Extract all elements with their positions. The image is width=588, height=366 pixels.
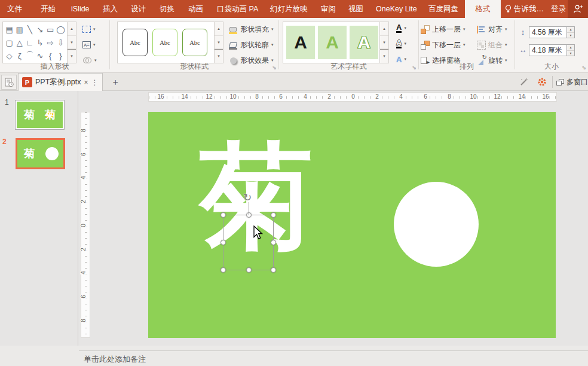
shape-gallery-scrollbar[interactable]: ▴ ▾ ▾ (67, 22, 76, 63)
edit-shape-button[interactable]: ▾ (82, 23, 96, 36)
shape-arrow-icon[interactable]: ↘ (35, 23, 45, 36)
shape-left-brace-icon[interactable]: { (45, 49, 56, 62)
shape-triangle-icon[interactable]: △ (14, 36, 24, 49)
wordart-preset-2[interactable]: A (318, 26, 347, 59)
document-tab-active[interactable]: P PPT案例.pptx × ⋮ (18, 73, 103, 91)
text-box-button[interactable]: A≡ ▾ (82, 38, 96, 51)
rotate-handle-icon[interactable]: ↻ (243, 191, 252, 204)
wordart-preset-1[interactable]: A (286, 26, 315, 59)
menu-tab-slideshow[interactable]: 幻灯片放映 (270, 0, 308, 18)
align-button[interactable]: 对齐 ▾ (477, 23, 507, 36)
shape-height-input[interactable]: 4.56 厘米 (529, 26, 567, 38)
dialog-launcher-icon[interactable]: ⇘ (272, 65, 277, 71)
tab-options-icon[interactable]: ⋮ (91, 78, 98, 87)
selection-box[interactable]: ↻ (223, 215, 274, 270)
horizontal-ruler[interactable]: 16 14 12 10 8 6 4 2 0 2 4 6 8 10 12 14 1… (148, 92, 557, 102)
menu-tab-design[interactable]: 设计 (131, 0, 146, 18)
shape-style-scrollbar[interactable]: ▴ ▾ ▾ (214, 22, 223, 63)
close-tab-icon[interactable]: × (84, 78, 88, 87)
shape-down-arrow-icon[interactable]: ⇩ (56, 36, 66, 49)
menu-tab-transitions[interactable]: 切换 (160, 0, 174, 18)
scroll-up-icon[interactable]: ▴ (380, 22, 388, 36)
wordart-preset-3[interactable]: A (350, 26, 378, 59)
step-down-icon[interactable]: ▾ (567, 33, 574, 38)
magic-wand-button[interactable] (515, 74, 533, 91)
session-history-button[interactable] (1, 75, 17, 90)
menu-tab-view[interactable]: 视图 (348, 0, 363, 18)
resize-handle-w[interactable] (220, 240, 226, 245)
shape-scribble-icon[interactable]: ζ (14, 49, 24, 62)
group-button[interactable]: 组合 ▾ (477, 38, 507, 51)
shape-style-preset-3[interactable]: Abc (182, 29, 207, 56)
menu-tab-home[interactable]: 开始 (41, 0, 56, 18)
scroll-down-icon[interactable]: ▾ (380, 36, 388, 50)
shape-arc-icon[interactable]: ⌒ (24, 49, 35, 62)
gallery-more-icon[interactable]: ▾ (215, 49, 223, 63)
notes-pane[interactable]: 单击此处添加备注 (0, 346, 588, 366)
notes-placeholder[interactable]: 单击此处添加备注 (84, 354, 146, 365)
scroll-up-icon[interactable]: ▴ (68, 22, 76, 36)
panel-divider[interactable] (78, 91, 78, 366)
shape-style-preset-2[interactable]: Abc (152, 29, 177, 56)
resize-handle-ne[interactable] (271, 212, 276, 218)
resize-handle-nw[interactable] (220, 212, 226, 218)
menu-tab-review[interactable]: 审阅 (321, 0, 336, 18)
shape-width-stepper[interactable]: ▴ ▾ (567, 44, 575, 56)
shape-fill-button[interactable]: 形状填充 ▾ (228, 23, 274, 36)
menu-tab-pocket-animation[interactable]: 口袋动画 PA (217, 0, 258, 18)
shape-rectangle-icon[interactable]: ▭ (45, 23, 56, 36)
slide-1-thumbnail[interactable]: 菊 菊 (15, 100, 65, 130)
menu-tab-islide[interactable]: iSlide (71, 0, 90, 18)
login-button[interactable]: 登录 (551, 0, 566, 18)
shape-right-arrow-icon[interactable]: ⇨ (45, 36, 56, 49)
shape-width-input[interactable]: 4.18 厘米 (529, 44, 567, 56)
shape-style-preset-1[interactable]: Abc (122, 29, 148, 56)
step-up-icon[interactable]: ▴ (567, 27, 574, 33)
menu-tab-insert[interactable]: 插入 (103, 0, 118, 18)
menu-tab-animations[interactable]: 动画 (188, 0, 203, 18)
slide-canvas[interactable]: 菊 ↻ (148, 112, 556, 338)
shape-rounded-rectangle-icon[interactable]: ▢ (4, 36, 14, 49)
new-tab-button[interactable]: ＋ (109, 75, 122, 89)
shape-right-brace-icon[interactable]: } (56, 49, 66, 62)
resize-handle-sw[interactable] (220, 267, 226, 273)
scroll-up-icon[interactable]: ▴ (215, 22, 223, 36)
shape-elbow-arrow-icon[interactable]: ↳ (35, 36, 45, 49)
tell-me-box[interactable]: 告诉我… (505, 0, 544, 18)
account-button[interactable] (568, 0, 588, 18)
menu-tab-format-active[interactable]: 格式 (465, 0, 501, 18)
dialog-launcher-icon[interactable]: ⇘ (581, 65, 586, 71)
menu-tab-baidu-netdisk[interactable]: 百度网盘 (428, 0, 458, 18)
vertical-ruler[interactable]: 8 6 4 2 0 2 4 6 8 (81, 112, 90, 338)
gallery-more-icon[interactable]: ▾ (380, 49, 388, 63)
shape-line-icon[interactable]: ╲ (24, 23, 35, 36)
shape-freeform-icon[interactable]: ◇ (4, 49, 14, 62)
text-outline-button[interactable]: A ▾ (396, 37, 406, 50)
shape-height-stepper[interactable]: ▴ ▾ (567, 26, 575, 38)
text-fill-button[interactable]: A ▾ (396, 22, 406, 35)
shape-text-box-icon[interactable]: ▤ (4, 23, 14, 36)
send-backward-button[interactable]: 下移一层 ▾ (421, 38, 466, 51)
white-circle-shape[interactable] (394, 182, 479, 267)
scroll-down-icon[interactable]: ▾ (68, 36, 76, 50)
menu-tab-onekey[interactable]: OneKey Lite (376, 0, 417, 18)
gallery-more-icon[interactable]: ▾ (68, 49, 76, 63)
step-up-icon[interactable]: ▴ (567, 45, 574, 51)
resize-handle-s[interactable] (246, 267, 252, 273)
multi-window-button[interactable]: 多窗口 (554, 77, 588, 87)
resize-handle-e[interactable] (271, 240, 276, 245)
resize-handle-se[interactable] (271, 267, 276, 273)
dialog-launcher-icon[interactable]: ⇘ (412, 65, 416, 71)
shape-oval-icon[interactable]: ◯ (56, 23, 66, 36)
shape-outline-button[interactable]: 形状轮廓 ▾ (228, 38, 274, 51)
scroll-down-icon[interactable]: ▾ (215, 36, 223, 50)
slide-2-thumbnail-selected[interactable]: 菊 (16, 138, 65, 169)
wordart-scrollbar[interactable]: ▴ ▾ ▾ (379, 22, 388, 63)
shape-vertical-text-box-icon[interactable]: ▥ (14, 23, 24, 36)
menu-tab-file[interactable]: 文件 (7, 0, 22, 18)
shape-curve-icon[interactable]: ∿ (35, 49, 45, 62)
step-down-icon[interactable]: ▾ (567, 51, 574, 56)
bring-forward-button[interactable]: 上移一层 ▾ (421, 23, 466, 36)
shape-elbow-connector-icon[interactable]: ∟ (24, 36, 35, 49)
settings-button[interactable] (533, 74, 551, 91)
